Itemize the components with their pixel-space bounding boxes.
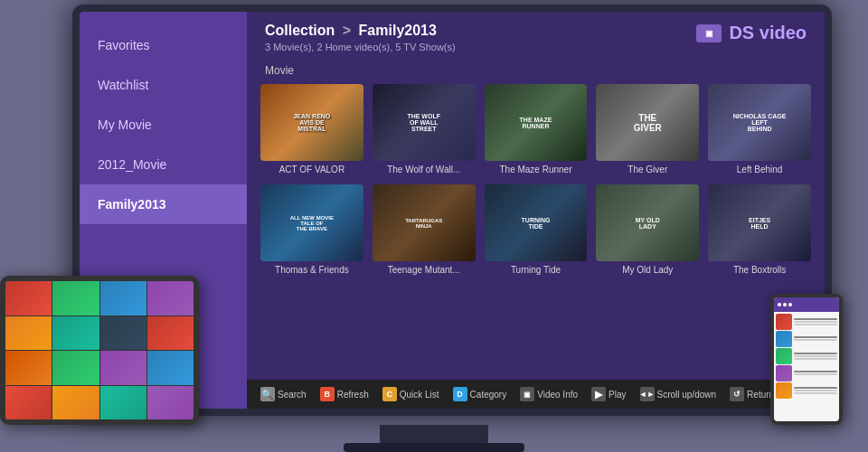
movie-title-my-old-lady: My Old Lady — [596, 265, 699, 276]
phone-content — [774, 312, 839, 421]
tablet-cell-1 — [5, 281, 52, 315]
refresh-label: Refresh — [337, 390, 369, 400]
header: Collection > Family2013 3 Movie(s), 2 Ho… — [247, 12, 825, 60]
tablet-cell-14 — [52, 386, 99, 420]
phone-row-3 — [776, 348, 837, 364]
toolbar-play[interactable]: ▶ Play — [587, 387, 630, 401]
category-key: D — [453, 387, 467, 401]
phone-lines-1 — [794, 318, 837, 326]
videoinfo-label: Video Info — [537, 390, 578, 400]
movie-title-tmnt: Teenage Mutant... — [373, 265, 476, 276]
movie-card-thomas[interactable]: ALL NEW MOVIETALE OFTHE BRAVE Thomas & F… — [260, 184, 363, 276]
quicklist-label: Quick List — [400, 390, 439, 400]
movie-card-left-behind[interactable]: NICHOLAS CAGELEFTBEHIND Left Behind — [708, 84, 811, 175]
movie-title-turning-tide: Turning Tide — [485, 265, 588, 276]
phone-thumb-4 — [776, 365, 792, 381]
phone-row-4 — [776, 365, 837, 381]
movie-card-tmnt[interactable]: TARTARUGASNINJA Teenage Mutant... — [373, 184, 476, 276]
movie-poster-left-behind: NICHOLAS CAGELEFTBEHIND — [708, 84, 811, 161]
tablet-cell-4 — [147, 281, 193, 315]
section-label: Movie — [247, 60, 825, 84]
videoinfo-key: ▣ — [520, 387, 534, 401]
refresh-key: B — [320, 387, 335, 401]
category-label: Category — [470, 390, 507, 400]
phone-lines-2 — [794, 336, 837, 342]
phone-device — [770, 294, 843, 425]
breadcrumb: Collection > Family2013 — [265, 23, 456, 39]
movie-card-giver[interactable]: THEGIVER The Giver — [596, 84, 699, 175]
movies-row-1: JEAN RENOAVIS DEMISTRAL ACT OF VALOR THE… — [260, 84, 811, 175]
phone-header — [774, 297, 839, 312]
tablet-cell-5 — [5, 316, 52, 351]
movie-poster-maze-runner: THE MAZERUNNER — [485, 84, 588, 161]
phone-thumb-3 — [776, 348, 792, 364]
movie-card-boxtrolls[interactable]: EITJESHELD The Boxtrolls — [708, 184, 811, 276]
breadcrumb-current: Family2013 — [359, 23, 437, 38]
movie-poster-boxtrolls: EITJESHELD — [708, 184, 811, 261]
play-key: ▶ — [591, 387, 606, 401]
breadcrumb-sep: > — [343, 23, 351, 38]
tablet-cell-3 — [100, 281, 146, 315]
sidebar-item-family2013[interactable]: Family2013 — [80, 184, 247, 224]
tv-stand-base — [344, 443, 524, 452]
sidebar-item-mymovie[interactable]: My Movie — [80, 105, 247, 145]
movie-title-maze-runner: The Maze Runner — [485, 165, 588, 175]
toolbar-category[interactable]: D Category — [448, 387, 512, 401]
tablet-cell-2 — [52, 281, 99, 315]
tablet-cell-12 — [147, 351, 193, 385]
tablet-cell-8 — [147, 316, 193, 351]
tablet-cell-10 — [52, 351, 99, 385]
phone-lines-4 — [794, 371, 837, 376]
movie-card-act-of-valor[interactable]: JEAN RENOAVIS DEMISTRAL ACT OF VALOR — [260, 84, 363, 175]
movie-poster-my-old-lady: MY OLDLADY — [596, 184, 699, 261]
movie-title-boxtrolls: The Boxtrolls — [708, 265, 811, 276]
phone-row-5 — [776, 382, 837, 399]
phone-lines-3 — [794, 353, 837, 361]
movie-card-my-old-lady[interactable]: MY OLDLADY My Old Lady — [596, 184, 699, 276]
movie-poster-thomas: ALL NEW MOVIETALE OFTHE BRAVE — [260, 184, 363, 261]
play-label: Play — [609, 390, 626, 400]
return-key: ↺ — [730, 387, 744, 401]
toolbar-search[interactable]: 🔍 Search — [256, 387, 311, 401]
phone-lines-5 — [794, 387, 837, 395]
sidebar-item-favorites[interactable]: Favorites — [80, 25, 247, 65]
phone-thumb-1 — [776, 314, 792, 330]
movie-card-turning-tide[interactable]: TURNINGTIDE Turning Tide — [485, 184, 588, 276]
main-content: Collection > Family2013 3 Movie(s), 2 Ho… — [247, 12, 825, 409]
search-icon: 🔍 — [260, 387, 275, 401]
tablet-cell-13 — [5, 386, 52, 420]
toolbar-videoinfo[interactable]: ▣ Video Info — [515, 387, 582, 401]
ds-logo-icon: ▣ — [696, 24, 722, 42]
sidebar-item-watchlist[interactable]: Watchlist — [80, 65, 247, 105]
movie-title-wolf: The Wolf of Wall... — [373, 165, 476, 175]
quicklist-key: C — [382, 387, 397, 401]
phone-row-1 — [776, 314, 837, 330]
tablet-cell-6 — [52, 316, 99, 351]
movie-title-left-behind: Left Behind — [708, 165, 811, 175]
phone-dot-1 — [778, 303, 781, 306]
toolbar-quicklist[interactable]: C Quick List — [378, 387, 444, 401]
movies-grid: JEAN RENOAVIS DEMISTRAL ACT OF VALOR THE… — [247, 84, 825, 380]
toolbar-scroll[interactable]: ◄► Scroll up/down — [636, 387, 722, 401]
movie-poster-wolf: THE WOLFOF WALLSTREET — [373, 84, 476, 161]
movie-card-maze-runner[interactable]: THE MAZERUNNER The Maze Runner — [485, 84, 588, 175]
toolbar-refresh[interactable]: B Refresh — [316, 387, 373, 401]
movie-title-act-of-valor: ACT OF VALOR — [260, 165, 363, 175]
movie-poster-act-of-valor: JEAN RENOAVIS DEMISTRAL — [260, 84, 363, 161]
tablet-cell-11 — [100, 351, 146, 385]
phone-screen — [774, 297, 839, 421]
tablet-cell-16 — [147, 386, 193, 420]
phone-thumb-2 — [776, 331, 792, 347]
movie-card-wolf[interactable]: THE WOLFOF WALLSTREET The Wolf of Wall..… — [373, 84, 476, 175]
sidebar-item-2012movie[interactable]: 2012_Movie — [80, 145, 247, 184]
movies-row-2: ALL NEW MOVIETALE OFTHE BRAVE Thomas & F… — [260, 184, 811, 276]
collection-subtitle: 3 Movie(s), 2 Home video(s), 5 TV Show(s… — [265, 42, 456, 52]
app-name: DS video — [729, 23, 807, 43]
tablet-cell-9 — [5, 351, 52, 385]
phone-thumb-5 — [776, 382, 792, 399]
scroll-label: Scroll up/down — [657, 390, 717, 400]
phone-dot-2 — [783, 303, 787, 306]
tablet-cell-7 — [100, 316, 146, 351]
breadcrumb-parent: Collection — [265, 23, 335, 38]
movie-poster-giver: THEGIVER — [596, 84, 699, 161]
